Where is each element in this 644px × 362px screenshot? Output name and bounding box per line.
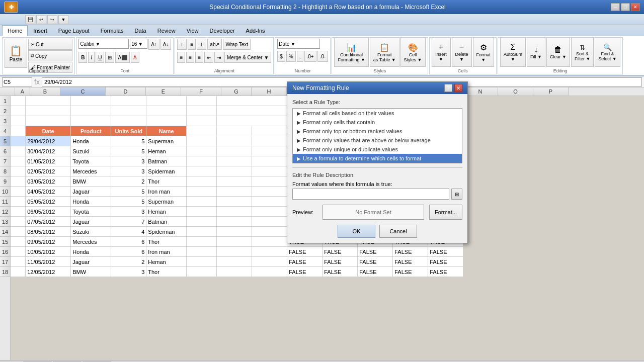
cell-F3[interactable] [146, 116, 187, 126]
font-color-btn[interactable]: A [131, 52, 139, 63]
row-hdr-9[interactable]: 9 [0, 176, 10, 187]
cell-C2[interactable] [26, 106, 71, 116]
cell-C1[interactable] [26, 96, 71, 106]
cell-F2[interactable] [146, 106, 187, 116]
cell-B1[interactable] [11, 96, 26, 106]
col-A[interactable]: A [15, 87, 30, 96]
row-hdr-1[interactable]: 1 [0, 96, 10, 106]
redo-qat-btn[interactable]: ↪ [47, 15, 57, 24]
office-button[interactable]: ✤ [4, 2, 18, 13]
tab-data[interactable]: Data [129, 25, 151, 36]
align-top-btn[interactable]: ⊤ [177, 39, 187, 50]
increase-indent-btn[interactable]: ⇥ [214, 52, 223, 63]
row-hdr-18[interactable]: 18 [0, 267, 10, 277]
row-hdr-5[interactable]: 5 [0, 136, 10, 146]
decrease-indent-btn[interactable]: ⇤ [204, 52, 213, 63]
format-button[interactable]: Format... [429, 205, 462, 220]
cell-I4[interactable] [252, 126, 287, 136]
font-name-dropdown[interactable]: Calibri▼ [78, 39, 129, 49]
cell-E3[interactable] [111, 116, 146, 126]
cell-styles-btn[interactable]: 🎨 Cell Styles ▼ [400, 38, 426, 67]
font-size-dropdown[interactable]: 16▼ [130, 39, 147, 49]
cell-F4-name[interactable]: Name [146, 126, 187, 136]
tab-pagelayout[interactable]: Page Layout [53, 25, 95, 36]
orient-btn[interactable]: ab↗ [207, 39, 222, 50]
cell-E2[interactable] [111, 106, 146, 116]
clear-btn[interactable]: 🗑Clear ▼ [546, 38, 570, 67]
col-B[interactable]: B [30, 87, 60, 96]
align-right-btn[interactable]: ≡ [195, 52, 203, 63]
tab-formulas[interactable]: Formulas [95, 25, 129, 36]
format-as-table-btn[interactable]: 📋 Format as Table ▼ [370, 38, 399, 67]
maximize-btn[interactable]: □ [621, 3, 630, 11]
delete-btn[interactable]: −Delete▼ [452, 38, 472, 67]
bold-btn[interactable]: B [78, 52, 87, 63]
tab-view[interactable]: View [181, 25, 204, 36]
tab-developer[interactable]: Developer [204, 25, 240, 36]
rule-item-1[interactable]: ▶ Format only cells that contain [293, 118, 462, 127]
rule-item-4[interactable]: ▶ Format only unique or duplicate values [293, 145, 462, 154]
wrap-text-btn[interactable]: Wrap Text [223, 39, 251, 50]
row-hdr-12[interactable]: 12 [0, 207, 10, 217]
cut-btn[interactable]: ✂Cut [28, 39, 72, 50]
col-F[interactable]: F [181, 87, 221, 96]
decrease-decimal-btn[interactable]: .0- [317, 51, 329, 62]
increase-decimal-btn[interactable]: .0+ [304, 51, 316, 62]
rule-item-2[interactable]: ▶ Format only top or bottom ranked value… [293, 127, 462, 136]
col-E[interactable]: E [146, 87, 181, 96]
align-left-btn[interactable]: ≡ [177, 52, 185, 63]
more-qat-btn[interactable]: ▼ [58, 15, 68, 24]
cell-B2[interactable] [11, 106, 26, 116]
dialog-close-btn[interactable]: ✕ [454, 84, 462, 92]
cancel-button[interactable]: Cancel [379, 225, 417, 238]
cell-C4-date[interactable]: Date [26, 126, 71, 136]
grow-font-btn[interactable]: A↑ [148, 39, 159, 50]
row-hdr-16[interactable]: 16 [0, 247, 10, 257]
formula-text-input[interactable] [292, 189, 449, 200]
dialog-help-btn[interactable]: ? [444, 84, 452, 92]
row-hdr-17[interactable]: 17 [0, 257, 10, 267]
row-hdr-10[interactable]: 10 [0, 187, 10, 197]
autosum-btn[interactable]: ΣAutoSum▼ [500, 38, 526, 67]
col-H[interactable]: H [252, 87, 287, 96]
col-D[interactable]: D [106, 87, 146, 96]
cell-D3[interactable] [71, 116, 111, 126]
row-hdr-8[interactable]: 8 [0, 166, 10, 176]
paste-btn[interactable]: 📋 Paste [5, 39, 27, 68]
align-bottom-btn[interactable]: ⊥ [197, 39, 206, 50]
find-select-btn[interactable]: 🔍Find &Select ▼ [595, 38, 620, 67]
percent-btn[interactable]: % [286, 51, 296, 62]
rule-item-3[interactable]: ▶ Format only values that are above or b… [293, 136, 462, 145]
col-C[interactable]: C [60, 87, 106, 96]
cell-G2[interactable] [187, 106, 217, 116]
cell-D1[interactable] [71, 96, 111, 106]
cell-F1[interactable] [146, 96, 187, 106]
cell-H4[interactable] [217, 126, 252, 136]
row-hdr-6[interactable]: 6 [0, 146, 10, 156]
row-hdr-15[interactable]: 15 [0, 237, 10, 247]
col-N[interactable]: N [463, 87, 498, 96]
minimize-btn[interactable]: ─ [611, 3, 620, 11]
fill-btn[interactable]: ↓Fill ▼ [527, 38, 545, 67]
formula-ref-btn[interactable]: ⊞ [451, 189, 462, 200]
cell-D2[interactable] [71, 106, 111, 116]
close-btn[interactable]: ✕ [631, 3, 640, 11]
ok-button[interactable]: OK [338, 225, 375, 238]
row-hdr-13[interactable]: 13 [0, 217, 10, 227]
align-center-btn[interactable]: ≡ [186, 52, 194, 63]
border-btn[interactable]: ⊞ [105, 52, 114, 63]
shrink-font-btn[interactable]: A↓ [160, 39, 172, 50]
tab-home[interactable]: Home [2, 25, 28, 36]
save-qat-btn[interactable]: 💾 [25, 15, 35, 24]
row-hdr-14[interactable]: 14 [0, 227, 10, 237]
cell-G4[interactable] [187, 126, 217, 136]
underline-btn[interactable]: U [96, 52, 104, 63]
currency-btn[interactable]: $ [277, 51, 285, 62]
name-box[interactable] [2, 77, 32, 86]
align-middle-btn[interactable]: ≡ [188, 39, 196, 50]
undo-qat-btn[interactable]: ↩ [36, 15, 46, 24]
row-hdr-4[interactable]: 4 [0, 126, 10, 136]
cell-D4-product[interactable]: Product [71, 126, 111, 136]
col-O[interactable]: O [498, 87, 533, 96]
merge-center-btn[interactable]: Merge & Center ▼ [224, 52, 271, 63]
